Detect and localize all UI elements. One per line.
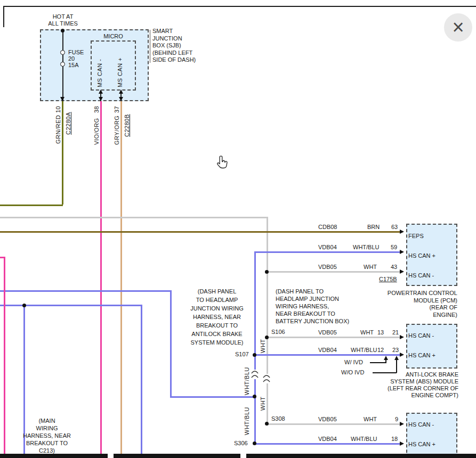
- circuit-label: VDB05: [318, 264, 337, 270]
- module3-pin-hs-can-minus: HS CAN -: [408, 421, 434, 428]
- ms-can-minus-arrow-icon: [99, 89, 103, 94]
- ms-can-plus-arrow-icon: [119, 89, 123, 94]
- entry-arrow-icon: [400, 250, 404, 254]
- main-harness-note: (MAIN WIRING HARNESS, NEAR BREAKOUT TO C…: [20, 417, 74, 454]
- wire-wht-blu-vertical: [254, 251, 256, 444]
- wire-color-label: WHT/BLU: [351, 436, 377, 442]
- module3-box: [406, 413, 457, 458]
- splice-s106-label: S106: [271, 329, 285, 335]
- hot-at-all-times-label: HOT AT ALL TIMES: [37, 13, 88, 27]
- wire-color-label: WHT: [360, 329, 374, 336]
- pin-number-label: 9: [395, 416, 398, 422]
- pin-number-label: 63: [391, 224, 398, 230]
- connector-c2280a-label: C2280A: [65, 112, 72, 135]
- wht-wire-tag: WHT: [260, 339, 267, 353]
- wire-vio-org-feed-v: [4, 257, 5, 454]
- wire-break-icon: [262, 374, 271, 383]
- bottom-edge-bar: [0, 454, 108, 458]
- wire-wht-feed-horizontal: [0, 217, 268, 218]
- vio-org-pin-label: 38: [93, 106, 100, 113]
- junction-dot: [265, 270, 269, 274]
- wire-wht-vertical: [267, 217, 268, 424]
- grn-red-pin-label: 10: [55, 106, 62, 113]
- gry-org-wire-label: GRY/ORG: [114, 116, 120, 145]
- without-ivd-leader: [373, 372, 397, 373]
- with-ivd-label: W/ IVD: [344, 359, 363, 365]
- sjb-caption-leader: [150, 30, 150, 63]
- splice-s306-dot: [253, 441, 256, 445]
- with-ivd-leader: [370, 362, 386, 363]
- sjb-caption: SMART JUNCTION BOX (SJB) (BEHIND LEFT SI…: [152, 28, 196, 64]
- wire-brn-feps: [0, 231, 402, 233]
- abs-box: [406, 324, 457, 369]
- wire-wht-blu-feed-a1: [0, 290, 171, 292]
- wht-blu-wire-tag: WHT/BLU: [244, 367, 251, 395]
- wire-m3-hs-can-plus: [254, 443, 402, 445]
- page-top-border: [3, 6, 476, 7]
- entry-arrow-icon: [400, 441, 404, 446]
- wire-vio-org-vertical: [100, 101, 102, 454]
- junction-dot: [22, 304, 26, 307]
- pcm-pin-hs-can-minus: HS CAN -: [408, 272, 434, 279]
- connector-c175b-label: C175B: [379, 276, 397, 282]
- grn-red-wire-label: GRN/RED: [55, 115, 62, 144]
- module3-pin-hs-can-plus: HS CAN +: [408, 441, 435, 447]
- bjb-harness-note: (DASH PANEL TO HEADLAMP JUNCTION WIRING …: [276, 288, 362, 325]
- wht-blu-wire-tag: WHT/BLU: [244, 407, 251, 435]
- ms-can-plus-label: MS CAN +: [117, 58, 124, 87]
- wire-color-label: BRN: [367, 224, 380, 230]
- circuit-label: VDB04: [318, 436, 337, 442]
- page-left-border: [3, 6, 4, 27]
- entry-arrow-icon: [400, 422, 404, 426]
- pin-number-label: 12: [377, 347, 384, 353]
- without-ivd-arrow-icon: [394, 356, 399, 360]
- circuit-label: VDB04: [318, 244, 337, 250]
- entry-arrow-icon: [400, 269, 404, 274]
- bottom-edge-bar: [246, 454, 476, 458]
- pin-number-label: 18: [391, 436, 398, 442]
- pin-number-label: 21: [392, 329, 399, 336]
- fuse-terminal-top: [60, 50, 65, 55]
- wire-wht-blu-feed-a3: [170, 396, 255, 398]
- wire-grn-red-vertical: [62, 101, 63, 205]
- pin-number-label: 23: [392, 347, 399, 353]
- wiring-diagram-canvas[interactable]: HOT AT ALL TIMES MICRO FUSE 20 15A MS CA…: [0, 0, 476, 458]
- pin-number-label: 43: [391, 264, 397, 270]
- wire-wht-blu-feed-b2: [141, 305, 142, 454]
- splice-s107-dot: [253, 353, 256, 357]
- circuit-label: VDB04: [318, 347, 337, 353]
- pcm-caption: POWERTRAIN CONTROL MODULE (PCM) (REAR OF…: [367, 290, 457, 318]
- wire-break-icon: [251, 370, 259, 379]
- close-icon: ×: [452, 13, 464, 42]
- pin-number-label: 59: [391, 244, 397, 250]
- splice-s107-label: S107: [235, 351, 249, 357]
- ms-can-minus-label: MS CAN -: [96, 59, 103, 88]
- wire-pcm-hs-can-minus: [267, 271, 402, 273]
- gry-org-exit-arrow-icon: [119, 97, 123, 101]
- wht-wire-tag: WHT: [260, 396, 267, 411]
- grn-red-exit-arrow-icon: [60, 97, 64, 101]
- abs-pin-hs-can-minus: HS CAN -: [408, 332, 434, 339]
- fuse-feed-dot: [61, 29, 64, 32]
- close-button[interactable]: ×: [444, 13, 472, 42]
- bottom-edge-bar: [114, 454, 240, 458]
- wire-wht-blu-feed-a2: [170, 290, 172, 397]
- splice-s308-dot: [265, 422, 269, 426]
- hand-cursor-icon: [216, 156, 228, 169]
- with-ivd-arrow-icon: [384, 356, 388, 360]
- vio-org-wire-label: VIO/ORG: [93, 118, 100, 145]
- wire-gry-org-vertical: [120, 101, 122, 454]
- fuse-label: FUSE 20 15A: [68, 49, 84, 68]
- pcm-pin-hs-can-plus: HS CAN +: [408, 252, 435, 259]
- wire-wht-blu-feed-b1: [0, 305, 142, 306]
- wire-color-label: WHT/BLU: [351, 347, 377, 353]
- circuit-label: VDB05: [318, 416, 337, 422]
- splice-s306-label: S306: [234, 440, 248, 446]
- abs-caption: ANTI-LOCK BRAKE SYSTEM (ABS) MODULE (LEF…: [367, 371, 458, 399]
- entry-arrow-icon: [400, 353, 404, 357]
- wire-color-label: WHT: [364, 416, 377, 422]
- abs-harness-note: (DASH PANEL TO HEADLAMP JUNCTION WIRING …: [185, 287, 248, 347]
- vio-org-exit-arrow-icon: [99, 97, 103, 101]
- wire-m3-hs-can-minus: [267, 423, 402, 425]
- entry-arrow-icon: [400, 230, 404, 234]
